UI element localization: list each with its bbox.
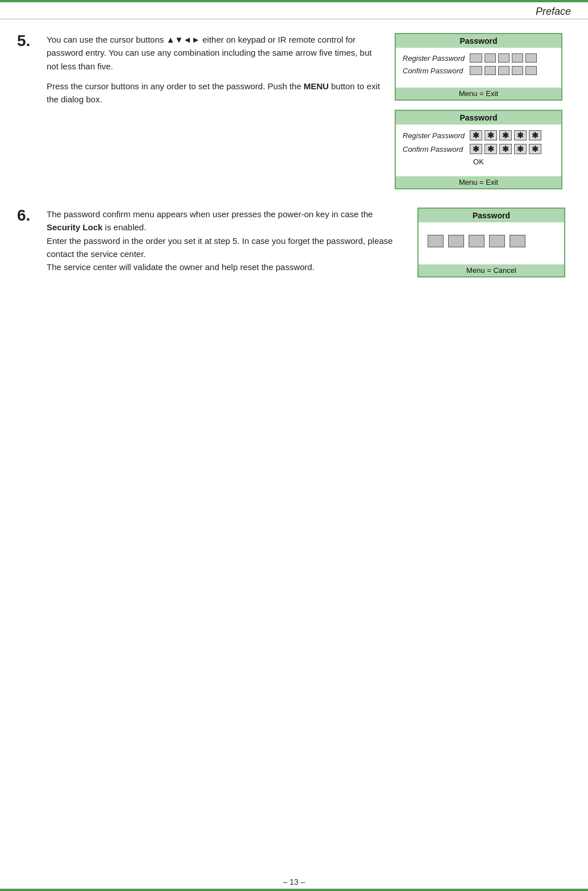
step5-dialog2: Password Register Password ✱ ✱ ✱ ✱ ✱ C xyxy=(395,110,562,189)
step6-dialog-body xyxy=(419,222,564,261)
step5-dialog2-ok: OK xyxy=(403,158,554,166)
step6-dialog-container: Password Menu = Cancel xyxy=(417,208,571,277)
step5-dialog2-confirm-asterisks: ✱ ✱ ✱ ✱ ✱ xyxy=(470,144,541,154)
page-footer: – 13 – xyxy=(0,877,588,886)
step6-box-2 xyxy=(448,235,464,247)
step5-dialog1-body: Register Password Confirm Password xyxy=(396,48,561,84)
step5-dialog2-footer: Menu = Exit xyxy=(396,176,561,188)
pw-box-c1 xyxy=(470,66,482,75)
step5-text: You can use the cursor buttons ▲▼◄► eith… xyxy=(47,33,395,106)
page-number: – 13 – xyxy=(283,877,305,886)
asterisk-r2: ✱ xyxy=(485,130,497,140)
step6-section: 6. The password confirm menu appears whe… xyxy=(17,208,571,277)
pw-box-c3 xyxy=(498,66,510,75)
step6-box-4 xyxy=(489,235,505,247)
step6-number: 6. xyxy=(17,208,47,223)
pw-box-c2 xyxy=(485,66,496,75)
page-header: Preface xyxy=(0,2,588,19)
step6-boxes xyxy=(428,235,555,247)
asterisk-c3: ✱ xyxy=(499,144,512,154)
asterisk-r3: ✱ xyxy=(499,130,512,140)
step5-dialog2-title: Password xyxy=(396,111,561,125)
pw-box-3 xyxy=(498,53,510,63)
step5-dialog2-confirm-label: Confirm Password xyxy=(403,145,470,154)
page-title: Preface xyxy=(536,6,571,18)
step5-dialog1-footer: Menu = Exit xyxy=(396,88,561,100)
asterisk-c1: ✱ xyxy=(470,144,482,154)
step6-para: The password confirm menu appears when u… xyxy=(47,208,406,273)
asterisk-c4: ✱ xyxy=(514,144,527,154)
main-content: 5. You can use the cursor buttons ▲▼◄► e… xyxy=(0,19,588,313)
step5-dialog2-body: Register Password ✱ ✱ ✱ ✱ ✱ Confirm Pass… xyxy=(396,125,561,173)
step6-box-5 xyxy=(510,235,525,247)
step5-dialog1-confirm-label: Confirm Password xyxy=(403,67,470,75)
step5-para2: Press the cursor buttons in any order to… xyxy=(47,80,383,106)
step5-dialog2-register-row: Register Password ✱ ✱ ✱ ✱ ✱ xyxy=(403,130,554,140)
pw-box-2 xyxy=(485,53,496,63)
step5-dialog1-register-boxes xyxy=(470,53,537,63)
step5-dialog2-register-asterisks: ✱ ✱ ✱ ✱ ✱ xyxy=(470,130,541,140)
step6-box-3 xyxy=(469,235,485,247)
step5-dialog1-confirm-boxes xyxy=(470,66,537,75)
step5-dialog1-title: Password xyxy=(396,34,561,48)
step6-dialog-footer: Menu = Cancel xyxy=(419,264,564,276)
pw-box-c4 xyxy=(512,66,523,75)
asterisk-r4: ✱ xyxy=(514,130,527,140)
step5-para1: You can use the cursor buttons ▲▼◄► eith… xyxy=(47,33,383,73)
step5-number: 5. xyxy=(17,33,47,49)
pw-box-4 xyxy=(512,53,523,63)
step5-dialog1-confirm-row: Confirm Password xyxy=(403,66,554,75)
step5-dialog1-register-row: Register Password xyxy=(403,53,554,63)
asterisk-r5: ✱ xyxy=(529,130,541,140)
step6-dialog-title: Password xyxy=(419,209,564,222)
step6-text: The password confirm menu appears when u… xyxy=(47,208,417,273)
step5-section: 5. You can use the cursor buttons ▲▼◄► e… xyxy=(17,33,571,189)
pw-box-5 xyxy=(525,53,537,63)
step6-dialog: Password Menu = Cancel xyxy=(417,208,565,277)
step5-dialog2-confirm-row: Confirm Password ✱ ✱ ✱ ✱ ✱ xyxy=(403,144,554,154)
step5-dialog1-register-label: Register Password xyxy=(403,54,470,63)
step5-dialog1: Password Register Password Confir xyxy=(395,33,562,101)
asterisk-c5: ✱ xyxy=(529,144,541,154)
asterisk-c2: ✱ xyxy=(485,144,497,154)
step6-box-1 xyxy=(428,235,444,247)
step5-dialog2-register-label: Register Password xyxy=(403,131,470,140)
pw-box-1 xyxy=(470,53,482,63)
asterisk-r1: ✱ xyxy=(470,130,482,140)
bottom-border xyxy=(0,889,588,891)
pw-box-c5 xyxy=(525,66,537,75)
step5-dialogs: Password Register Password Confir xyxy=(395,33,571,189)
